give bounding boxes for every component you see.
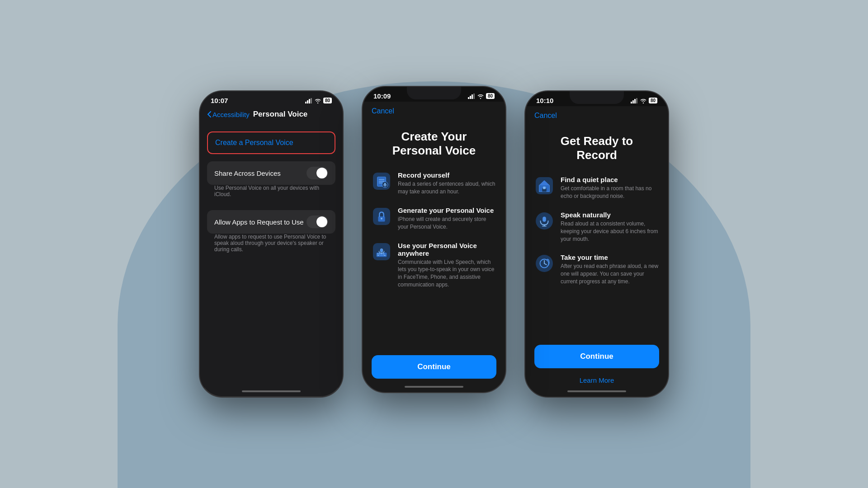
feature-desc-1: Read a series of sentences aloud, which … — [398, 180, 496, 196]
cancel-button-2[interactable]: Cancel — [363, 102, 505, 121]
feature-desc-3: Communicate with Live Speech, which lets… — [398, 258, 496, 289]
svg-rect-21 — [377, 253, 379, 254]
allow-label: Allow Apps to Request to Use — [214, 218, 304, 226]
status-icons-2: 80 — [468, 93, 495, 99]
wifi-icon-3 — [640, 98, 647, 103]
battery-1: 80 — [323, 98, 332, 103]
status-icons-3: 80 — [631, 98, 657, 103]
status-bar-1: 10:07 80 — [200, 91, 343, 106]
time-1: 10:07 — [211, 97, 228, 104]
create-personal-voice-button[interactable]: Create a Personal Voice — [207, 131, 335, 154]
document-lines-icon — [372, 171, 392, 191]
svg-rect-38 — [542, 216, 546, 221]
phone-1: 10:07 80 — [199, 90, 344, 398]
tip-desc-3: After you read each phrase aloud, a new … — [561, 263, 659, 285]
back-chevron-icon — [207, 111, 212, 118]
share-desc: Use Personal Voice on all your devices w… — [207, 185, 335, 203]
nav-bar-1: Accessibility Personal Voice — [200, 106, 343, 124]
tip-item-2: Speak naturally Read aloud at a consiste… — [534, 211, 659, 243]
tip-text-2: Speak naturally Read aloud at a consiste… — [561, 211, 659, 243]
status-bar-2: 10:09 80 — [363, 87, 505, 102]
signal-icon-3 — [631, 98, 638, 103]
svg-rect-3 — [311, 98, 312, 103]
svg-rect-6 — [472, 94, 473, 99]
continue-button-3[interactable]: Continue — [534, 345, 659, 368]
toggle-knob-allow — [316, 216, 327, 227]
house-icon — [534, 176, 554, 196]
svg-rect-14 — [384, 183, 386, 185]
cancel-button-3[interactable]: Cancel — [525, 106, 668, 125]
time-2: 10:09 — [373, 92, 391, 100]
keyboard-mic-icon — [372, 242, 392, 262]
svg-rect-5 — [470, 96, 471, 99]
feature-text-1: Record yourself Read a series of sentenc… — [398, 171, 496, 196]
phone1-content: Create a Personal Voice Share Across Dev… — [200, 124, 343, 388]
phone3-modal: Cancel Get Ready to Record — [525, 106, 668, 397]
toggle-knob-share — [316, 168, 327, 178]
svg-rect-27 — [380, 255, 383, 256]
feature-title-1: Record yourself — [398, 171, 496, 179]
time-3: 10:10 — [536, 97, 553, 104]
share-toggle[interactable] — [307, 167, 328, 179]
feature-text-3: Use your Personal Voice anywhere Communi… — [398, 242, 496, 289]
tip-item-3: Take your time After you read each phras… — [534, 253, 659, 285]
svg-rect-4 — [468, 97, 469, 99]
modal-title-3: Get Ready to Record — [525, 125, 668, 176]
svg-rect-36 — [543, 187, 546, 189]
svg-rect-25 — [377, 255, 380, 256]
nav-back-1[interactable]: Accessibility — [207, 111, 250, 118]
svg-rect-7 — [473, 94, 475, 99]
phone-2: 10:09 80 — [362, 86, 506, 393]
svg-rect-22 — [379, 253, 381, 254]
svg-rect-2 — [309, 99, 310, 103]
svg-rect-33 — [636, 98, 637, 103]
tip-item-1: Find a quiet place Get comfortable in a … — [534, 176, 659, 200]
allow-desc: Allow apps to request to use Personal Vo… — [207, 234, 335, 258]
feature-item-1: Record yourself Read a series of sentenc… — [372, 171, 496, 196]
signal-icon-2 — [468, 94, 475, 99]
svg-rect-30 — [631, 102, 632, 103]
battery-2: 80 — [486, 93, 495, 99]
tip-title-2: Speak naturally — [561, 211, 659, 219]
svg-point-18 — [381, 218, 382, 220]
tip-text-3: Take your time After you read each phras… — [561, 253, 659, 285]
mic-circle-icon — [534, 211, 554, 231]
feature-item-2: Generate your Personal Voice iPhone will… — [372, 206, 496, 231]
home-indicator-1 — [242, 390, 301, 392]
status-bar-3: 10:10 80 — [525, 91, 668, 106]
wifi-icon — [314, 98, 321, 103]
svg-rect-26 — [383, 255, 386, 256]
allow-toggle-row: Allow Apps to Request to Use — [207, 210, 335, 234]
svg-rect-31 — [632, 100, 634, 103]
share-section: Share Across Devices Use Personal Voice … — [207, 161, 335, 203]
feature-title-2: Generate your Personal Voice — [398, 206, 496, 214]
wifi-icon-2 — [477, 94, 484, 99]
svg-rect-1 — [307, 100, 308, 103]
svg-rect-32 — [634, 99, 636, 103]
allow-row: Allow Apps to Request to Use — [207, 210, 335, 234]
feature-list-2: Record yourself Read a series of sentenc… — [363, 171, 505, 346]
signal-icon — [305, 98, 312, 103]
clock-arrows-icon — [534, 253, 554, 273]
allow-toggle[interactable] — [307, 216, 328, 228]
tip-desc-1: Get comfortable in a room that has no ec… — [561, 185, 659, 200]
battery-3: 80 — [649, 98, 657, 103]
modal-title-2: Create Your Personal Voice — [363, 121, 505, 171]
home-indicator-3 — [567, 390, 626, 392]
learn-more-button[interactable]: Learn More — [525, 373, 668, 388]
feature-desc-2: iPhone will create and securely store yo… — [398, 216, 496, 231]
svg-rect-28 — [380, 249, 383, 252]
tip-title-1: Find a quiet place — [561, 176, 659, 183]
status-icons-1: 80 — [305, 98, 332, 103]
continue-button-2[interactable]: Continue — [372, 355, 496, 379]
allow-section: Allow Apps to Request to Use Allow apps … — [207, 210, 335, 258]
share-toggle-row: Share Across Devices — [207, 161, 335, 185]
feature-title-3: Use your Personal Voice anywhere — [398, 242, 496, 257]
lock-icon — [372, 206, 392, 226]
svg-rect-24 — [383, 253, 384, 254]
phone-3: 10:10 80 — [524, 90, 669, 398]
nav-title-1: Personal Voice — [253, 110, 308, 119]
phone2-modal: Cancel Create Your Personal Voice — [363, 102, 505, 392]
feature-text-2: Generate your Personal Voice iPhone will… — [398, 206, 496, 231]
share-row: Share Across Devices — [207, 161, 335, 185]
